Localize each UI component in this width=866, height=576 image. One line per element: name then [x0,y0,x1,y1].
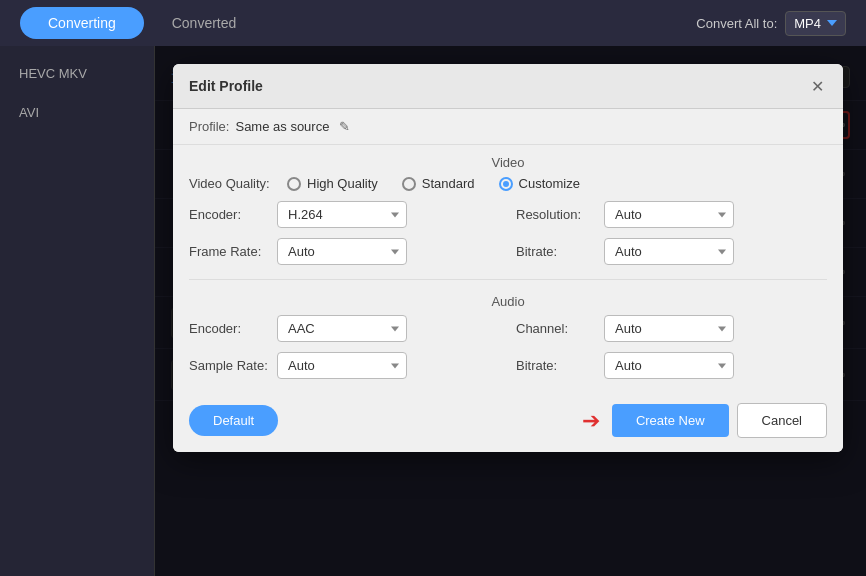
bitrate-select-wrap: Auto [604,238,734,265]
convert-all-format: MP4 [794,16,821,31]
default-button[interactable]: Default [189,405,278,436]
bitrate-item: Bitrate: Auto [516,238,827,265]
video-quality-label: Video Quality: [189,176,279,191]
channel-label: Channel: [516,321,596,336]
channel-item: Channel: Auto [516,315,827,342]
audio-bitrate-label: Bitrate: [516,358,596,373]
radio-label-high: High Quality [307,176,378,191]
audio-bitrate-item: Bitrate: Auto [516,352,827,379]
section-divider [189,279,827,280]
main-area: HEVC MKV AVI ℹ :45 MP4 andard [0,46,866,576]
framerate-item: Frame Rate: Auto [189,238,500,265]
profile-label: Profile: [189,119,229,134]
video-quality-row: Video Quality: High Quality Standard [189,176,827,191]
framerate-bitrate-row: Frame Rate: Auto Bitrate: [189,238,827,265]
tab-converting[interactable]: Converting [20,7,144,39]
samplerate-audiobitrate-row: Sample Rate: Auto Bitrate: [189,352,827,379]
sidebar-item-hevc-mkv[interactable]: HEVC MKV [0,54,154,93]
edit-icon[interactable]: ✎ [339,119,350,134]
audio-encoder-item: Encoder: AAC [189,315,500,342]
bitrate-select[interactable]: Auto [604,238,734,265]
modal-title: Edit Profile [189,78,263,94]
framerate-select-wrap: Auto [277,238,407,265]
resolution-item: Resolution: Auto [516,201,827,228]
convert-all-label: Convert All to: [696,16,777,31]
bitrate-label: Bitrate: [516,244,596,259]
modal-overlay: Edit Profile ✕ Profile: Same as source ✎… [155,46,866,576]
audio-encoder-channel-row: Encoder: AAC Channel: [189,315,827,342]
modal-footer: Default ➔ Create New Cancel [173,389,843,452]
encoder-label: Encoder: [189,207,269,222]
channel-select-wrap: Auto [604,315,734,342]
audio-encoder-select-wrap: AAC [277,315,407,342]
samplerate-label: Sample Rate: [189,358,269,373]
video-form-section: Video Quality: High Quality Standard [173,176,843,275]
resolution-label: Resolution: [516,207,596,222]
encoder-select-wrap: H.264 [277,201,407,228]
radio-label-standard: Standard [422,176,475,191]
encoder-resolution-row: Encoder: H.264 Resolution: [189,201,827,228]
edit-profile-modal: Edit Profile ✕ Profile: Same as source ✎… [173,64,843,452]
tab-converted[interactable]: Converted [144,7,265,39]
samplerate-select-wrap: Auto [277,352,407,379]
convert-all-dropdown[interactable]: MP4 [785,11,846,36]
convert-all-section: Convert All to: MP4 [696,11,846,36]
radio-label-customize: Customize [519,176,580,191]
resolution-select-wrap: Auto [604,201,734,228]
encoder-item: Encoder: H.264 [189,201,500,228]
audio-bitrate-select-wrap: Auto [604,352,734,379]
dropdown-arrow-icon [827,20,837,26]
samplerate-select[interactable]: Auto [277,352,407,379]
radio-high-quality[interactable]: High Quality [287,176,378,191]
profile-value: Same as source [235,119,329,134]
audio-section-label: Audio [173,284,843,315]
radio-circle-standard [402,177,416,191]
video-quality-radio-group: High Quality Standard Customize [287,176,827,191]
audio-form-section: Encoder: AAC Channel: [173,315,843,389]
content-area: ℹ :45 MP4 andard andard [155,46,866,576]
samplerate-item: Sample Rate: Auto [189,352,500,379]
arrow-icon: ➔ [582,408,600,434]
radio-circle-high [287,177,301,191]
modal-header: Edit Profile ✕ [173,64,843,109]
create-new-button[interactable]: Create New [612,404,729,437]
sidebar-item-avi[interactable]: AVI [0,93,154,132]
cancel-button[interactable]: Cancel [737,403,827,438]
framerate-select[interactable]: Auto [277,238,407,265]
encoder-select[interactable]: H.264 [277,201,407,228]
sidebar: HEVC MKV AVI [0,46,155,576]
audio-encoder-select[interactable]: AAC [277,315,407,342]
channel-select[interactable]: Auto [604,315,734,342]
tab-group: Converting Converted [20,7,264,39]
radio-standard[interactable]: Standard [402,176,475,191]
top-bar: Converting Converted Convert All to: MP4 [0,0,866,46]
radio-circle-customize [499,177,513,191]
footer-right: ➔ Create New Cancel [582,403,827,438]
video-section-label: Video [173,145,843,176]
radio-customize[interactable]: Customize [499,176,580,191]
audio-bitrate-select[interactable]: Auto [604,352,734,379]
audio-encoder-label: Encoder: [189,321,269,336]
close-icon[interactable]: ✕ [807,76,827,96]
framerate-label: Frame Rate: [189,244,269,259]
resolution-select[interactable]: Auto [604,201,734,228]
modal-profile-row: Profile: Same as source ✎ [173,109,843,145]
